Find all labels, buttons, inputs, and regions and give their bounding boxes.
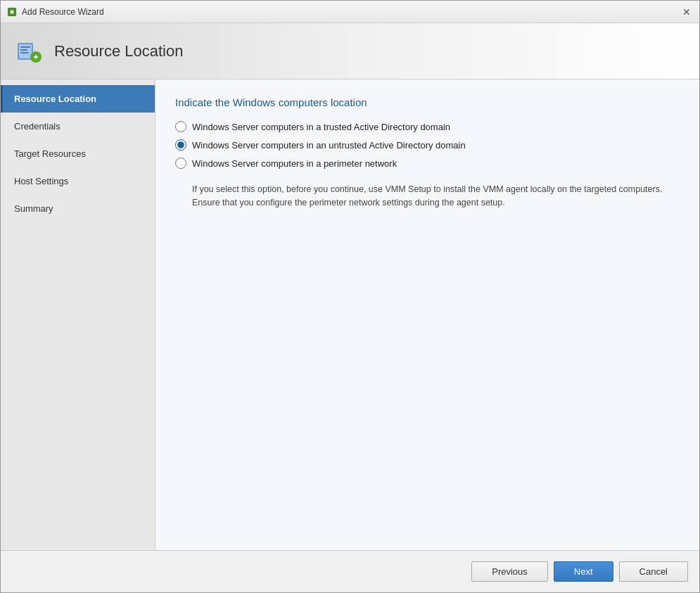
wizard-body: Resource Location Credentials Target Res… bbox=[1, 79, 699, 550]
radio-option-perimeter-network[interactable]: Windows Server computers in a perimeter … bbox=[175, 158, 680, 169]
window-title: Add Resource Wizard bbox=[22, 7, 680, 17]
sidebar-item-credentials[interactable]: Credentials bbox=[1, 113, 155, 140]
radio-option-trusted-ad[interactable]: Windows Server computers in a trusted Ac… bbox=[175, 121, 680, 132]
radio-label-untrusted-ad: Windows Server computers in an untrusted… bbox=[192, 140, 466, 151]
section-title: Indicate the Windows computers location bbox=[175, 96, 680, 108]
radio-label-perimeter-network: Windows Server computers in a perimeter … bbox=[192, 158, 397, 169]
radio-option-untrusted-ad[interactable]: Windows Server computers in an untrusted… bbox=[175, 139, 680, 151]
radio-label-trusted-ad: Windows Server computers in a trusted Ac… bbox=[192, 122, 450, 132]
header-title: Resource Location bbox=[54, 42, 183, 60]
radio-perimeter-network[interactable] bbox=[175, 158, 186, 169]
main-content: Indicate the Windows computers location … bbox=[155, 79, 699, 550]
svg-rect-2 bbox=[11, 11, 13, 13]
svg-rect-7 bbox=[20, 49, 27, 51]
radio-group: Windows Server computers in a trusted Ac… bbox=[175, 121, 680, 210]
radio-untrusted-ad[interactable] bbox=[175, 139, 186, 151]
cancel-button[interactable]: Cancel bbox=[619, 561, 688, 582]
radio-trusted-ad[interactable] bbox=[175, 121, 186, 132]
header-icon bbox=[15, 37, 43, 65]
perimeter-info-text: If you select this option, before you co… bbox=[192, 183, 680, 210]
title-bar: Add Resource Wizard ✕ bbox=[1, 1, 699, 23]
sidebar-item-target-resources[interactable]: Target Resources bbox=[1, 140, 155, 167]
previous-button[interactable]: Previous bbox=[471, 561, 548, 582]
next-button[interactable]: Next bbox=[554, 561, 613, 582]
header-banner: Resource Location bbox=[1, 23, 699, 79]
app-icon bbox=[6, 6, 18, 18]
sidebar-item-resource-location[interactable]: Resource Location bbox=[1, 85, 155, 113]
sidebar-item-summary[interactable]: Summary bbox=[1, 195, 155, 222]
close-button[interactable]: ✕ bbox=[680, 5, 694, 19]
svg-rect-11 bbox=[35, 55, 37, 59]
svg-rect-8 bbox=[20, 52, 29, 53]
sidebar: Resource Location Credentials Target Res… bbox=[1, 79, 155, 550]
svg-rect-6 bbox=[20, 46, 30, 48]
wizard-window: Add Resource Wizard ✕ Resource Location … bbox=[0, 0, 700, 593]
footer: Previous Next Cancel bbox=[1, 550, 699, 592]
sidebar-item-host-settings[interactable]: Host Settings bbox=[1, 167, 155, 195]
